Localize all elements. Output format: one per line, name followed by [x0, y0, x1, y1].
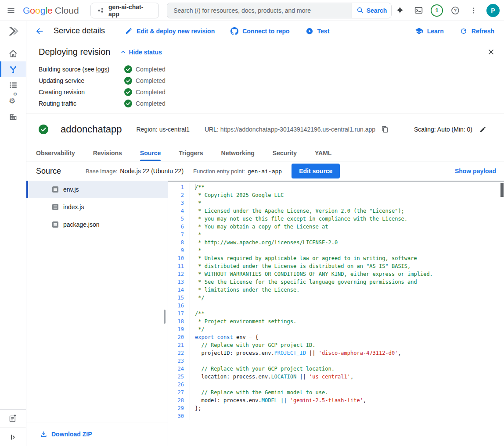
back-arrow-icon [35, 26, 44, 36]
file-package.json[interactable]: package.json [26, 216, 168, 233]
sidebar-item-integrations[interactable]: ⚙⚙ [0, 93, 26, 109]
edit-scaling-button[interactable] [479, 126, 486, 133]
connect-repo-button[interactable]: Connect to repo [230, 27, 289, 35]
line-number: 20 [168, 333, 184, 341]
editor-scrollbar[interactable] [500, 183, 504, 197]
source-heading: Source [36, 167, 61, 176]
file-icon [52, 203, 59, 211]
line-number: 13 [168, 278, 184, 286]
search-button[interactable]: Search [352, 3, 391, 18]
learn-icon [415, 27, 423, 35]
refresh-label: Refresh [472, 28, 494, 35]
three-dots-icon [470, 7, 478, 14]
overflow-menu-button[interactable] [465, 2, 482, 19]
line-number: 30 [168, 412, 184, 420]
tab-security[interactable]: Security [273, 145, 297, 161]
line-number: 25 [168, 373, 184, 381]
code-line: * See the License for the specific langu… [195, 278, 504, 286]
notification-count-badge: 1 [431, 4, 443, 17]
status-row: Building source (see logs)Completed [39, 64, 504, 75]
code-line: projectID: process.env.PROJECT_ID || 'di… [195, 349, 504, 357]
notifications-button[interactable]: 1 [428, 2, 445, 19]
line-number: 29 [168, 404, 184, 412]
sidebar-item-list[interactable] [0, 77, 26, 93]
search-input[interactable] [167, 3, 352, 18]
tab-observability[interactable]: Observability [36, 145, 75, 161]
tab-source[interactable]: Source [140, 145, 161, 161]
file-index.js[interactable]: index.js [26, 198, 168, 216]
logs-link[interactable]: logs [96, 66, 108, 73]
avatar[interactable]: P [486, 4, 500, 17]
code-line: */ [195, 294, 504, 302]
sidebar-item-run-services[interactable] [0, 61, 26, 77]
left-nav-sidebar: ⚙⚙ [0, 41, 26, 446]
line-number: 6 [168, 223, 184, 231]
content-column: Deploying revision Hide status Building … [26, 41, 504, 446]
service-url-value[interactable]: https://addonchatapp-301439142196.us-cen… [220, 126, 375, 133]
line-number: 2 [168, 191, 184, 199]
code-line: * Copyright 2025 Google LLC [195, 191, 504, 199]
search-icon [356, 7, 364, 14]
close-status-button[interactable] [485, 46, 497, 58]
edit-source-button[interactable]: Edit source [292, 164, 340, 178]
code-gutter: 1234567891011121314151617181920212223242… [168, 183, 190, 420]
release-notes-button[interactable] [0, 409, 26, 428]
status-panel-title: Deploying revision [39, 47, 110, 57]
help-icon: ? [450, 6, 460, 15]
download-icon [40, 431, 47, 438]
code-line: * you may not use this file except in co… [195, 215, 504, 223]
file-panel-scrollbar[interactable] [164, 310, 166, 324]
main-row: ⚙⚙ Deploying revision Hide status [0, 41, 504, 446]
copy-url-button[interactable] [382, 125, 389, 133]
gemini-assistant-button[interactable] [392, 2, 408, 19]
download-zip-button[interactable]: Download ZIP [26, 422, 168, 446]
tab-yaml[interactable]: YAML [315, 145, 331, 161]
line-number: 8 [168, 239, 184, 246]
tab-revisions[interactable]: Revisions [93, 145, 122, 161]
status-text: Completed [136, 77, 166, 84]
hamburger-menu-button[interactable] [3, 2, 19, 19]
back-button[interactable] [32, 23, 47, 39]
code-lines: /** * Copyright 2025 Google LLC * * Lice… [190, 183, 504, 446]
service-toolbar: Service details Edit & deploy new revisi… [0, 21, 504, 41]
learn-label: Learn [427, 28, 444, 35]
line-number: 11 [168, 262, 184, 270]
line-number: 12 [168, 270, 184, 278]
sidebar-item-home[interactable] [0, 46, 26, 61]
refresh-button[interactable]: Refresh [460, 27, 494, 35]
edit-deploy-button[interactable]: Edit & deploy new revision [125, 27, 215, 35]
file-icon [52, 221, 59, 228]
refresh-icon [460, 27, 468, 35]
expand-panel-icon [9, 433, 18, 442]
test-button[interactable]: Test [306, 27, 330, 35]
line-number: 26 [168, 381, 184, 389]
learn-button[interactable]: Learn [415, 27, 444, 35]
show-payload-link[interactable]: Show payload [455, 168, 496, 175]
help-button[interactable]: ? [447, 2, 464, 19]
completed-check-icon [124, 77, 132, 85]
code-line: * WITHOUT WARRANTIES OR CONDITIONS OF AN… [195, 270, 504, 278]
code-editor[interactable]: 1234567891011121314151617181920212223242… [168, 181, 504, 446]
status-value: Completed [124, 100, 166, 107]
status-step-label: Routing traffic [39, 100, 124, 107]
hide-status-button[interactable]: Hide status [120, 49, 162, 56]
line-number: 18 [168, 318, 184, 325]
code-line: /** [195, 310, 504, 318]
google-cloud-logo[interactable]: GoogleCloud [23, 5, 79, 16]
code-line: * http://www.apache.org/licenses/LICENSE… [195, 239, 504, 246]
project-selector[interactable]: gen-ai-chat-app [90, 3, 159, 18]
hamburger-icon [7, 6, 15, 15]
file-env.js[interactable]: env.js [26, 181, 168, 198]
cloud-shell-button[interactable] [410, 2, 427, 19]
download-zip-label: Download ZIP [51, 431, 92, 438]
sidebar-item-organization[interactable] [0, 109, 26, 125]
logo-google-text: Google [23, 5, 53, 16]
line-number: 10 [168, 254, 184, 262]
tab-triggers[interactable]: Triggers [179, 145, 203, 161]
svg-text:?: ? [454, 8, 457, 13]
collapse-panel-button[interactable] [0, 428, 26, 446]
close-icon [487, 48, 495, 56]
tab-networking[interactable]: Networking [221, 145, 255, 161]
chevron-up-icon [120, 49, 126, 55]
test-label: Test [317, 28, 330, 35]
